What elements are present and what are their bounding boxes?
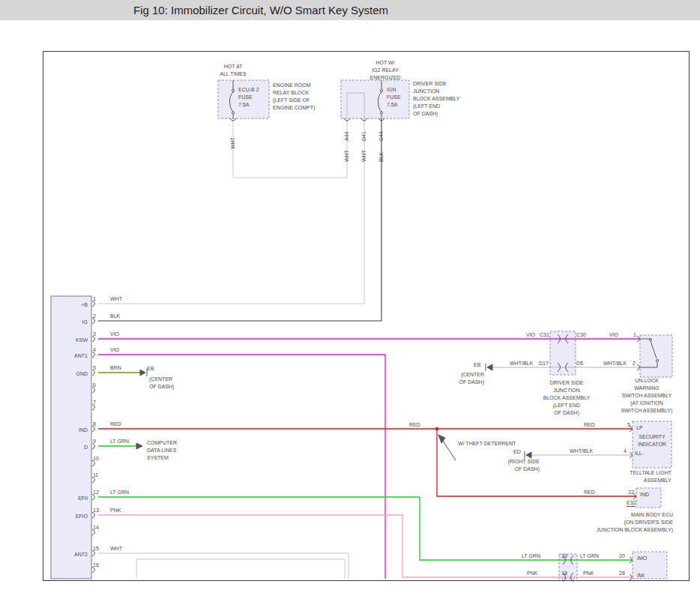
- whtblk-label: WHT/BLK: [570, 448, 593, 454]
- pin-name: KSW: [52, 337, 88, 343]
- component-boxes: [218, 80, 672, 579]
- connector-c31-label: C31: [540, 332, 549, 338]
- pin-number: 11: [93, 472, 98, 478]
- wiring-svg: [0, 0, 700, 596]
- eb2-connector-icon: [487, 364, 492, 370]
- wire-color-label: WHT: [110, 546, 122, 551]
- unlock-switch-box: [640, 335, 672, 377]
- ign-fuse-label: IGN FUSE 7.5A: [387, 86, 401, 109]
- theft-arrow-line: [441, 439, 456, 460]
- pin-number: 5: [93, 365, 96, 370]
- connector-d17-label: D17: [539, 361, 549, 367]
- wire-wht-ant2: [98, 553, 349, 579]
- pin-number: 13: [93, 508, 99, 513]
- eb-connector-label: EB: [147, 366, 154, 372]
- red-label: RED: [409, 422, 420, 428]
- pin-number: 4: [93, 347, 96, 352]
- pin-number: 2: [633, 361, 636, 367]
- wire-pnk-efio: [98, 515, 633, 577]
- pin-number: 14: [93, 525, 99, 530]
- wire-color-label: RED: [110, 421, 121, 427]
- pin-number: 19: [561, 553, 567, 559]
- wire-color-label: BLK: [110, 313, 120, 319]
- connector-e32-label: E32: [627, 500, 636, 507]
- pin-number: 18: [561, 571, 567, 577]
- hot-ig2-relay-label: HOT W/ IG2 RELAY ENERGIZED: [361, 59, 409, 82]
- wire-ltgrn-efii: [98, 497, 633, 560]
- ed-connector-label: ED: [513, 449, 521, 455]
- wire-color-label: PNK: [110, 508, 121, 513]
- wire-color-label: WHT: [110, 296, 122, 301]
- pin-number: 12: [93, 490, 99, 495]
- wire-a44-color-label: WHT: [344, 150, 350, 162]
- imo-terminal-label: IMO: [637, 556, 647, 562]
- engine-room-relay-block-label: ENGINE ROOM RELAY BLOCK (LEFT SIDE OF EN…: [273, 82, 315, 112]
- eb2-connector-label: EB: [474, 362, 480, 368]
- pin-number: 2: [93, 313, 96, 319]
- wire-color-label: LT GRN: [110, 490, 129, 495]
- driver-side-junction-bottom-label: DRIVER SIDE JUNCTION BLOCK ASSEMBLY (LEF…: [532, 379, 601, 417]
- pin-name: EFII: [52, 496, 88, 501]
- computer-data-lines-label: COMPUTER DATA LINES SYSTEM: [147, 439, 177, 462]
- theft-deterrent-label: W/ THEFT DETERRENT: [458, 441, 516, 447]
- ltgrn-label: LT GRN: [580, 553, 599, 559]
- pin-c44-label: C44: [378, 131, 384, 141]
- pin-a44-label: A44: [344, 132, 350, 141]
- hot-at-all-times-label: HOT AT ALL TIMES: [212, 63, 254, 78]
- pin-name: IND: [52, 427, 88, 433]
- main-body-ecu-box: [636, 488, 661, 508]
- pin-name: EFIO: [52, 514, 88, 519]
- connector-d5-label: D5: [576, 361, 583, 367]
- ed-location-label: (RIGHT SIDE OF DASH): [486, 458, 540, 473]
- pin-number: 16: [93, 562, 99, 568]
- junction-connector-box: [550, 331, 576, 375]
- ind-terminal-label: IND: [640, 492, 649, 498]
- theft-arrow-head-icon: [438, 435, 445, 443]
- whtblk-label: WHT/BLK: [510, 361, 533, 367]
- pin-number: 1: [93, 296, 96, 301]
- wire-color-label: LT GRN: [110, 439, 129, 444]
- wire-color-label: BRN: [110, 365, 121, 370]
- driver-side-junction-top-label: DRIVER SIDE JUNCTION BLOCK ASSEMBLY (LEF…: [413, 80, 460, 118]
- security-indicator-label: SECURITY INDICATOR: [633, 433, 671, 448]
- pin-number: 22: [628, 490, 634, 496]
- pin-name: ANT1: [52, 353, 88, 358]
- splice-dot: [435, 427, 438, 430]
- data-lines-arrow-icon: [136, 443, 142, 449]
- wire-color-label: VIO: [110, 331, 119, 337]
- pin-number: 20: [619, 553, 625, 559]
- pin-name: D: [52, 445, 88, 450]
- pin-number: 1: [633, 332, 636, 338]
- red-label: RED: [584, 490, 595, 496]
- pin-number: 3: [93, 331, 96, 337]
- pin-name: IG: [52, 319, 88, 325]
- eb-location-label: (CENTER OF DASH): [149, 376, 174, 391]
- pin-number: 7: [93, 400, 96, 405]
- eb-connector-icon: [140, 370, 145, 376]
- pin-d41-label: D41: [361, 131, 367, 141]
- ed-connector-icon: [526, 452, 531, 458]
- pin-number: 10: [93, 456, 99, 461]
- pin-number: 5: [627, 422, 630, 428]
- connector-c30-label: C30: [576, 332, 586, 338]
- wire-blk-ig: [98, 118, 381, 321]
- whtblk-label: WHT/BLK: [603, 361, 627, 367]
- pin-name: GND: [52, 371, 88, 376]
- pin-number: 4: [624, 448, 627, 454]
- pin-name: +B: [52, 302, 88, 307]
- ecu-pin-arcs: [92, 301, 95, 573]
- wht-drop-label: WHT: [230, 137, 236, 149]
- wire-color-label: VIO: [110, 347, 119, 352]
- unlock-warning-switch-label: UN-LOCK WARNING SWITCH ASSEMBLY (AT IGNI…: [621, 377, 673, 415]
- pin-number: 15: [93, 546, 99, 551]
- wire-vio-ant1: [98, 355, 385, 579]
- wiring-diagram-page: Fig 10: Immobilizer Circuit, W/O Smart K…: [0, 0, 700, 596]
- ecub-fuse-label: ECU-B 2 FUSE 7.5A: [238, 86, 259, 109]
- pin-number: 28: [619, 571, 625, 577]
- wire-c44-color-label: BLK: [378, 152, 384, 162]
- eb2-location-label: (CENTER OF DASH): [448, 371, 484, 386]
- ill-terminal-label: ILL-: [635, 451, 644, 457]
- antenna-box-partial: [136, 559, 345, 579]
- ltgrn-label: LT GRN: [522, 553, 540, 559]
- wire-wht-ecub-feed: [233, 118, 347, 178]
